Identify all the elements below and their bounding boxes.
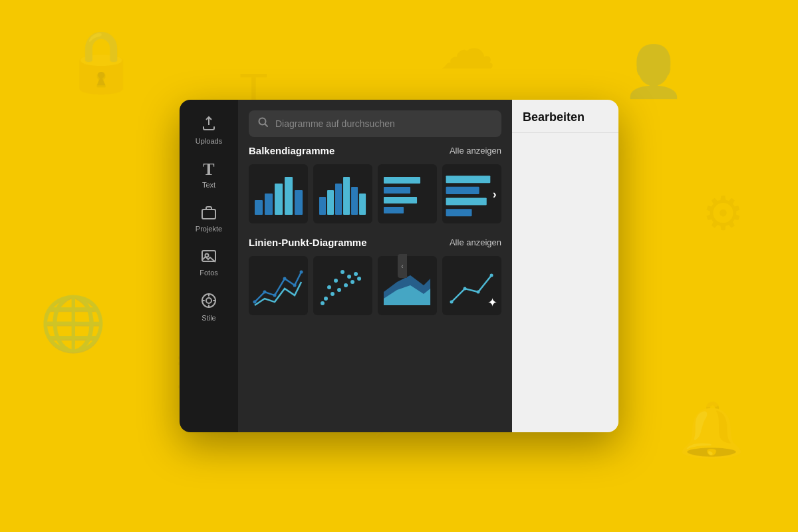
- svg-rect-10: [295, 190, 303, 215]
- svg-rect-17: [384, 177, 420, 184]
- svg-point-35: [337, 289, 341, 293]
- stile-icon: [201, 293, 217, 311]
- sidebar-item-uploads-label: Uploads: [196, 137, 222, 145]
- search-bar-container: [238, 100, 512, 145]
- chart-card-bar3[interactable]: [378, 164, 437, 223]
- search-icon: [258, 117, 269, 130]
- chart-card-line-simple[interactable]: ✦: [442, 256, 501, 315]
- section-balken-title: Balkendiagramme: [249, 145, 334, 156]
- svg-point-38: [348, 275, 352, 279]
- svg-rect-23: [446, 198, 487, 205]
- sidebar-item-text-label: Text: [202, 181, 215, 189]
- svg-point-46: [450, 301, 454, 304]
- svg-rect-6: [255, 201, 263, 215]
- svg-point-40: [354, 272, 358, 276]
- svg-rect-11: [319, 198, 326, 215]
- balken-chart-grid: ›: [249, 164, 501, 223]
- svg-rect-19: [384, 198, 417, 204]
- svg-point-37: [344, 283, 348, 287]
- sidebar-item-stile-label: Stile: [201, 314, 215, 322]
- svg-rect-24: [446, 209, 472, 216]
- svg-point-28: [273, 294, 277, 297]
- svg-rect-18: [384, 187, 410, 194]
- svg-point-48: [477, 291, 480, 294]
- svg-point-42: [340, 270, 344, 274]
- svg-rect-21: [446, 176, 491, 183]
- svg-point-34: [327, 286, 331, 290]
- section-linien-link[interactable]: Alle anzeigen: [450, 237, 501, 247]
- svg-point-27: [263, 291, 267, 294]
- sidebar-item-projekte-label: Projekte: [196, 225, 222, 233]
- chart-card-arrow-balken[interactable]: ›: [442, 164, 501, 223]
- chart-card-line1[interactable]: [249, 256, 308, 315]
- search-input[interactable]: [275, 118, 492, 129]
- svg-point-30: [293, 284, 297, 287]
- svg-point-33: [331, 293, 334, 297]
- section-linien-header: Linien-Punkt-Diagramme Alle anzeigen: [249, 237, 501, 248]
- svg-point-39: [351, 280, 355, 284]
- svg-rect-14: [344, 177, 350, 215]
- main-panel: Balkendiagramme Alle anzeigen: [238, 100, 512, 432]
- projekte-icon: [201, 205, 217, 222]
- svg-rect-22: [446, 186, 479, 194]
- section-balken-link[interactable]: Alle anzeigen: [450, 146, 501, 156]
- svg-point-4: [206, 298, 211, 303]
- chart-card-area[interactable]: [378, 256, 437, 315]
- sidebar-item-stile[interactable]: Stile: [180, 283, 238, 329]
- section-balken-header: Balkendiagramme Alle anzeigen: [249, 145, 501, 156]
- section-linien: Linien-Punkt-Diagramme Alle anzeigen: [249, 237, 501, 315]
- svg-point-43: [321, 302, 325, 306]
- chart-card-scatter[interactable]: [313, 256, 372, 315]
- svg-point-29: [283, 277, 287, 281]
- collapse-handle[interactable]: ‹: [398, 254, 407, 278]
- sidebar: Uploads T Text Projekte: [180, 100, 238, 432]
- right-panel: Bearbeiten: [512, 100, 618, 432]
- svg-point-47: [464, 287, 467, 291]
- section-balken: Balkendiagramme Alle anzeigen: [249, 145, 501, 223]
- sidebar-item-projekte[interactable]: Projekte: [180, 196, 238, 239]
- fotos-icon: [201, 249, 217, 266]
- svg-point-49: [490, 274, 493, 277]
- svg-point-36: [334, 279, 338, 283]
- right-panel-title: Bearbeiten: [523, 110, 585, 124]
- chart-card-bar2[interactable]: [313, 164, 372, 223]
- sidebar-item-fotos[interactable]: Fotos: [180, 239, 238, 283]
- chart-card-bar1[interactable]: [249, 164, 308, 223]
- linien-chart-grid: ✦: [249, 256, 501, 315]
- svg-rect-20: [384, 207, 404, 214]
- section-linien-title: Linien-Punkt-Diagramme: [249, 237, 367, 248]
- svg-point-26: [253, 301, 257, 304]
- svg-rect-16: [360, 194, 366, 215]
- svg-rect-7: [265, 194, 273, 215]
- svg-text:›: ›: [493, 187, 497, 200]
- svg-point-32: [324, 297, 328, 301]
- text-icon: T: [203, 161, 214, 178]
- svg-rect-12: [327, 190, 334, 215]
- svg-point-31: [300, 271, 303, 274]
- search-wrapper: [249, 110, 501, 137]
- uploads-icon: [201, 116, 217, 134]
- svg-rect-15: [352, 187, 358, 215]
- sidebar-item-uploads[interactable]: Uploads: [180, 106, 238, 152]
- svg-rect-9: [285, 177, 293, 215]
- app-window: Uploads T Text Projekte: [180, 100, 618, 432]
- svg-point-41: [358, 277, 362, 281]
- right-panel-header: Bearbeiten: [512, 100, 618, 133]
- content-area: Balkendiagramme Alle anzeigen: [238, 145, 512, 432]
- svg-rect-8: [275, 184, 283, 215]
- svg-rect-13: [335, 184, 342, 215]
- svg-rect-0: [202, 209, 215, 219]
- sidebar-item-fotos-label: Fotos: [200, 269, 218, 277]
- sidebar-item-text[interactable]: T Text: [180, 152, 238, 196]
